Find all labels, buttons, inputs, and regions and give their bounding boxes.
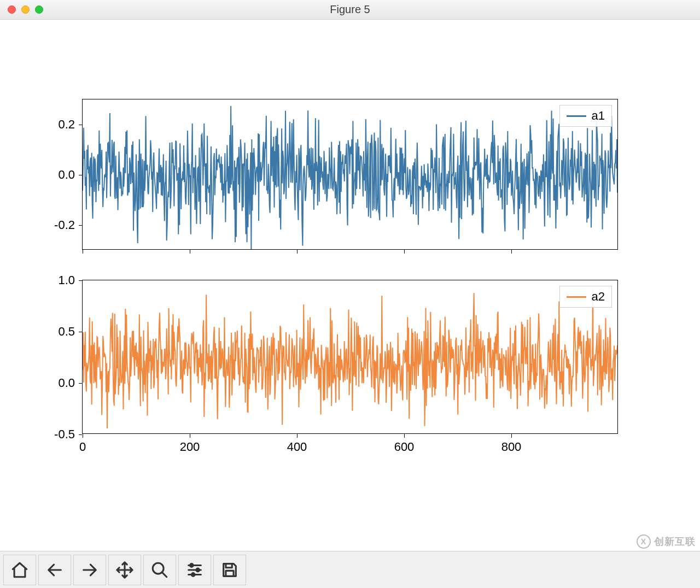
zoom-button[interactable] [143,555,176,585]
configure-button[interactable] [178,555,211,585]
ytick-label: 0.5 [41,325,75,339]
svg-point-2 [196,568,200,572]
ytick-label: 0.0 [41,168,75,182]
xtick-label: 800 [495,440,528,454]
xtick-label: 200 [173,440,206,454]
legend-swatch-a2 [567,296,586,298]
home-icon [10,561,29,579]
arrow-left-icon [45,561,64,579]
ytick-label: 1.0 [41,273,75,287]
legend-a1: a1 [559,105,612,127]
ytick-label: 0.2 [41,117,75,132]
legend-a2: a2 [559,286,612,308]
save-button[interactable] [213,555,246,585]
arrow-right-icon [80,561,99,579]
forward-button[interactable] [73,555,106,585]
subplot-a2: a2 -0.50.00.51.00200400600800 [82,280,618,434]
watermark-icon: X [637,534,651,549]
pan-button[interactable] [108,555,141,585]
watermark: X 创新互联 [637,534,696,549]
home-button[interactable] [3,555,36,585]
window-title: Figure 5 [0,3,700,16]
line-a1 [83,99,617,249]
xtick-label: 0 [66,440,99,454]
watermark-text: 创新互联 [654,535,696,548]
ytick-label: 0.0 [41,376,75,390]
back-button[interactable] [38,555,71,585]
search-icon [150,561,169,579]
xtick-label: 400 [281,440,313,454]
legend-swatch-a1 [567,115,586,117]
move-icon [115,561,134,579]
legend-label-a1: a1 [592,109,605,123]
svg-point-3 [191,573,195,576]
ytick-label: -0.2 [41,218,75,232]
subplot-a1: a1 -0.20.00.2 [82,99,618,250]
legend-label-a2: a2 [592,290,605,304]
nav-toolbar [0,551,700,588]
figure-canvas[interactable]: a1 -0.20.00.2 a2 -0.50.00.51.00200400600… [0,20,700,551]
line-a2 [83,280,617,433]
xtick-label: 600 [388,440,421,454]
window-titlebar: Figure 5 [0,0,700,20]
save-icon [220,561,239,579]
svg-point-1 [190,563,194,567]
sliders-icon [185,561,204,579]
